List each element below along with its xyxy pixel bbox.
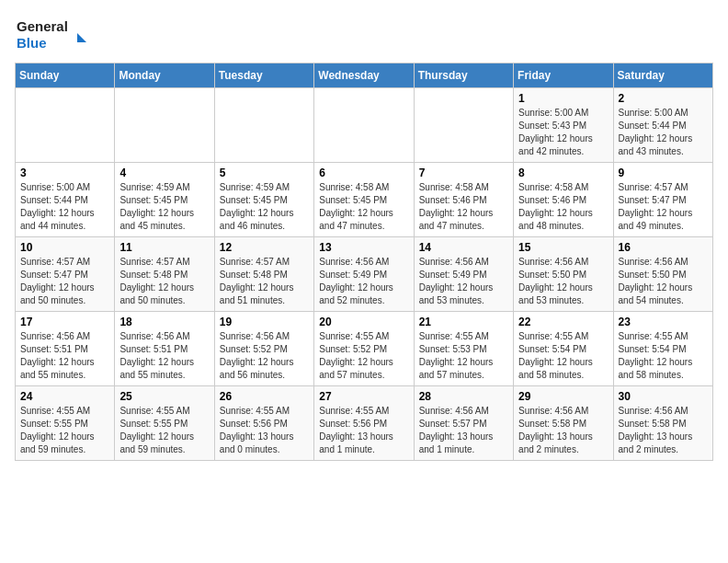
weekday-header-saturday: Saturday	[613, 63, 712, 88]
weekday-header-row: SundayMondayTuesdayWednesdayThursdayFrid…	[16, 63, 713, 88]
day-info: Sunrise: 4:55 AM Sunset: 5:54 PM Dayligh…	[518, 330, 608, 382]
logo: GeneralBlue	[15, 15, 88, 52]
day-info: Sunrise: 4:55 AM Sunset: 5:54 PM Dayligh…	[619, 330, 708, 382]
svg-marker-2	[77, 33, 86, 42]
calendar-cell: 27Sunrise: 4:55 AM Sunset: 5:56 PM Dayli…	[314, 386, 414, 461]
day-number: 26	[220, 390, 309, 403]
day-info: Sunrise: 5:00 AM Sunset: 5:44 PM Dayligh…	[619, 107, 708, 158]
calendar-cell: 12Sunrise: 4:57 AM Sunset: 5:48 PM Dayli…	[214, 237, 313, 312]
calendar-cell: 20Sunrise: 4:55 AM Sunset: 5:52 PM Dayli…	[314, 312, 414, 386]
calendar-week-1: 1Sunrise: 5:00 AM Sunset: 5:43 PM Daylig…	[16, 88, 713, 163]
calendar-cell: 2Sunrise: 5:00 AM Sunset: 5:44 PM Daylig…	[613, 88, 712, 163]
day-info: Sunrise: 4:56 AM Sunset: 5:52 PM Dayligh…	[220, 330, 309, 382]
day-number: 12	[220, 241, 309, 254]
calendar-cell: 17Sunrise: 4:56 AM Sunset: 5:51 PM Dayli…	[16, 312, 115, 386]
calendar-cell: 4Sunrise: 4:59 AM Sunset: 5:45 PM Daylig…	[115, 163, 214, 237]
day-info: Sunrise: 4:56 AM Sunset: 5:49 PM Dayligh…	[319, 256, 408, 307]
day-number: 25	[119, 390, 209, 403]
day-number: 15	[518, 241, 608, 254]
day-number: 30	[619, 390, 708, 403]
svg-text:Blue: Blue	[17, 35, 47, 51]
day-info: Sunrise: 4:58 AM Sunset: 5:46 PM Dayligh…	[419, 181, 508, 233]
calendar-cell: 9Sunrise: 4:57 AM Sunset: 5:47 PM Daylig…	[613, 163, 712, 237]
day-number: 4	[119, 167, 209, 179]
day-number: 20	[319, 316, 408, 328]
calendar-cell: 30Sunrise: 4:56 AM Sunset: 5:58 PM Dayli…	[613, 386, 712, 461]
calendar-cell: 16Sunrise: 4:56 AM Sunset: 5:50 PM Dayli…	[613, 237, 712, 312]
calendar-cell	[16, 88, 115, 163]
calendar-cell: 24Sunrise: 4:55 AM Sunset: 5:55 PM Dayli…	[16, 386, 115, 461]
day-info: Sunrise: 4:55 AM Sunset: 5:56 PM Dayligh…	[220, 405, 309, 456]
calendar-cell: 5Sunrise: 4:59 AM Sunset: 5:45 PM Daylig…	[214, 163, 313, 237]
calendar-cell: 22Sunrise: 4:55 AM Sunset: 5:54 PM Dayli…	[514, 312, 613, 386]
day-number: 9	[619, 167, 708, 179]
calendar-cell: 6Sunrise: 4:58 AM Sunset: 5:45 PM Daylig…	[314, 163, 414, 237]
weekday-header-wednesday: Wednesday	[314, 63, 414, 88]
calendar-cell	[314, 88, 414, 163]
day-number: 22	[518, 316, 608, 328]
calendar-cell	[214, 88, 313, 163]
weekday-header-friday: Friday	[514, 63, 613, 88]
weekday-header-sunday: Sunday	[16, 63, 115, 88]
day-number: 21	[419, 316, 508, 328]
weekday-header-tuesday: Tuesday	[214, 63, 313, 88]
calendar-cell: 19Sunrise: 4:56 AM Sunset: 5:52 PM Dayli…	[214, 312, 313, 386]
day-info: Sunrise: 4:55 AM Sunset: 5:52 PM Dayligh…	[319, 330, 408, 382]
day-number: 13	[319, 241, 408, 254]
svg-text:General: General	[17, 18, 68, 34]
day-info: Sunrise: 4:57 AM Sunset: 5:47 PM Dayligh…	[20, 256, 109, 307]
calendar-cell: 13Sunrise: 4:56 AM Sunset: 5:49 PM Dayli…	[314, 237, 414, 312]
day-info: Sunrise: 4:57 AM Sunset: 5:48 PM Dayligh…	[119, 256, 209, 307]
calendar-cell: 11Sunrise: 4:57 AM Sunset: 5:48 PM Dayli…	[115, 237, 214, 312]
day-info: Sunrise: 4:56 AM Sunset: 5:51 PM Dayligh…	[119, 330, 209, 382]
day-info: Sunrise: 4:56 AM Sunset: 5:51 PM Dayligh…	[20, 330, 109, 382]
calendar-week-4: 17Sunrise: 4:56 AM Sunset: 5:51 PM Dayli…	[16, 312, 713, 386]
day-info: Sunrise: 4:58 AM Sunset: 5:46 PM Dayligh…	[518, 181, 608, 233]
calendar-cell: 7Sunrise: 4:58 AM Sunset: 5:46 PM Daylig…	[414, 163, 513, 237]
calendar-cell: 10Sunrise: 4:57 AM Sunset: 5:47 PM Dayli…	[16, 237, 115, 312]
day-info: Sunrise: 5:00 AM Sunset: 5:43 PM Dayligh…	[518, 107, 608, 158]
day-number: 3	[20, 167, 109, 179]
calendar-cell: 1Sunrise: 5:00 AM Sunset: 5:43 PM Daylig…	[514, 88, 613, 163]
day-info: Sunrise: 4:58 AM Sunset: 5:45 PM Dayligh…	[319, 181, 408, 233]
day-info: Sunrise: 4:55 AM Sunset: 5:56 PM Dayligh…	[319, 405, 408, 456]
calendar-week-2: 3Sunrise: 5:00 AM Sunset: 5:44 PM Daylig…	[16, 163, 713, 237]
calendar-cell: 29Sunrise: 4:56 AM Sunset: 5:58 PM Dayli…	[514, 386, 613, 461]
day-info: Sunrise: 4:57 AM Sunset: 5:48 PM Dayligh…	[220, 256, 309, 307]
calendar-week-3: 10Sunrise: 4:57 AM Sunset: 5:47 PM Dayli…	[16, 237, 713, 312]
logo-icon: GeneralBlue	[15, 15, 88, 52]
calendar-cell: 28Sunrise: 4:56 AM Sunset: 5:57 PM Dayli…	[414, 386, 513, 461]
day-number: 8	[518, 167, 608, 179]
day-number: 17	[20, 316, 109, 328]
day-info: Sunrise: 4:55 AM Sunset: 5:55 PM Dayligh…	[119, 405, 209, 456]
day-number: 19	[220, 316, 309, 328]
day-number: 29	[518, 390, 608, 403]
day-number: 28	[419, 390, 508, 403]
day-number: 2	[619, 92, 708, 105]
calendar-table: SundayMondayTuesdayWednesdayThursdayFrid…	[15, 63, 713, 461]
day-number: 5	[220, 167, 309, 179]
day-info: Sunrise: 4:55 AM Sunset: 5:53 PM Dayligh…	[419, 330, 508, 382]
day-number: 10	[20, 241, 109, 254]
weekday-header-thursday: Thursday	[414, 63, 513, 88]
day-info: Sunrise: 4:56 AM Sunset: 5:58 PM Dayligh…	[518, 405, 608, 456]
calendar-cell: 14Sunrise: 4:56 AM Sunset: 5:49 PM Dayli…	[414, 237, 513, 312]
calendar-cell	[414, 88, 513, 163]
calendar-cell: 15Sunrise: 4:56 AM Sunset: 5:50 PM Dayli…	[514, 237, 613, 312]
day-info: Sunrise: 4:56 AM Sunset: 5:58 PM Dayligh…	[619, 405, 708, 456]
day-info: Sunrise: 4:56 AM Sunset: 5:49 PM Dayligh…	[419, 256, 508, 307]
day-info: Sunrise: 4:55 AM Sunset: 5:55 PM Dayligh…	[20, 405, 109, 456]
calendar-cell: 25Sunrise: 4:55 AM Sunset: 5:55 PM Dayli…	[115, 386, 214, 461]
day-number: 1	[518, 92, 608, 105]
calendar-cell: 23Sunrise: 4:55 AM Sunset: 5:54 PM Dayli…	[613, 312, 712, 386]
day-info: Sunrise: 4:56 AM Sunset: 5:50 PM Dayligh…	[619, 256, 708, 307]
day-info: Sunrise: 4:56 AM Sunset: 5:50 PM Dayligh…	[518, 256, 608, 307]
calendar-cell: 3Sunrise: 5:00 AM Sunset: 5:44 PM Daylig…	[16, 163, 115, 237]
day-number: 7	[419, 167, 508, 179]
day-number: 27	[319, 390, 408, 403]
page-header: GeneralBlue	[15, 15, 713, 52]
day-info: Sunrise: 4:59 AM Sunset: 5:45 PM Dayligh…	[220, 181, 309, 233]
day-info: Sunrise: 4:56 AM Sunset: 5:57 PM Dayligh…	[419, 405, 508, 456]
day-info: Sunrise: 4:59 AM Sunset: 5:45 PM Dayligh…	[119, 181, 209, 233]
calendar-cell: 8Sunrise: 4:58 AM Sunset: 5:46 PM Daylig…	[514, 163, 613, 237]
